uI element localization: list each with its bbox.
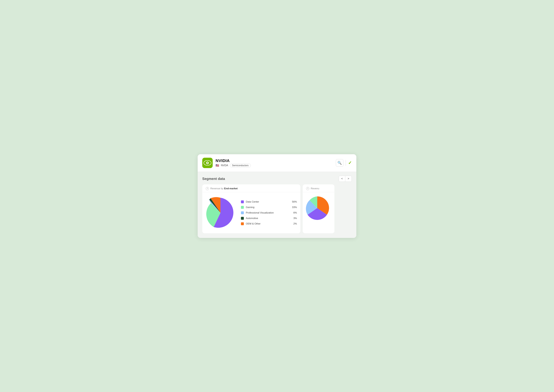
charts-row: ? Revenue by End-market <box>202 184 352 233</box>
search-button[interactable]: 🔍 <box>336 159 343 167</box>
legend-pct-data-center: 56% <box>290 200 297 203</box>
company-name: NVIDIA <box>216 158 336 163</box>
legend-item-automotive: Automotive 3% <box>241 217 297 220</box>
partial-help-icon[interactable]: ? <box>306 187 309 190</box>
header: NVIDIA 🇺🇸 NVDA Semiconductors 🔍 ✓ <box>198 154 356 172</box>
legend-pct-oem: 2% <box>290 222 297 225</box>
company-logo <box>202 158 213 168</box>
flag-icon: 🇺🇸 <box>216 164 219 167</box>
svg-point-2 <box>207 162 208 163</box>
legend-label-prof-viz: Professional Visualization <box>246 211 290 214</box>
legend-label-data-center: Data Center <box>246 200 290 203</box>
chart-label-bar: ? Revenue by End-market <box>202 184 300 192</box>
pie-chart <box>204 197 236 229</box>
partial-chart-label: Revenu <box>311 187 319 190</box>
chart-label: Revenue by End-market <box>210 187 238 190</box>
segment-section: Segment data < > ? Revenue by End-market <box>198 172 356 238</box>
pie-svg <box>204 197 236 229</box>
legend-pct-gaming: 33% <box>290 206 297 209</box>
legend-label-oem: OEM & Other <box>246 222 290 225</box>
legend-color-prof-viz <box>241 211 244 214</box>
main-card: NVIDIA 🇺🇸 NVDA Semiconductors 🔍 ✓ Segmen… <box>198 154 356 238</box>
legend-color-oem <box>241 222 244 225</box>
legend-color-automotive <box>241 217 244 220</box>
legend-label-gaming: Gaming <box>246 206 290 209</box>
legend-item-gaming: Gaming 33% <box>241 206 297 209</box>
chart-legend: Data Center 56% Gaming 33% Professional … <box>241 200 297 225</box>
legend-item-data-center: Data Center 56% <box>241 200 297 203</box>
nav-next-button[interactable]: > <box>345 176 351 182</box>
help-icon[interactable]: ? <box>206 187 209 190</box>
vertical-divider <box>346 160 346 166</box>
segment-header: Segment data < > <box>202 176 352 182</box>
partial-chart-label-bar: ? Revenu <box>303 184 334 192</box>
legend-item-oem: OEM & Other 2% <box>241 222 297 225</box>
end-market-chart-card: ? Revenue by End-market <box>202 184 300 233</box>
company-meta: 🇺🇸 NVDA Semiconductors <box>216 164 336 167</box>
sector-badge: Semiconductors <box>230 164 251 167</box>
check-button[interactable]: ✓ <box>348 160 352 165</box>
legend-pct-automotive: 3% <box>290 217 297 220</box>
nav-prev-button[interactable]: < <box>339 176 345 182</box>
nav-buttons: < > <box>339 176 352 182</box>
header-info: NVIDIA 🇺🇸 NVDA Semiconductors <box>216 158 336 167</box>
legend-label-automotive: Automotive <box>246 217 290 220</box>
legend-color-data-center <box>241 200 244 203</box>
legend-pct-prof-viz: 6% <box>290 211 297 214</box>
legend-color-gaming <box>241 206 244 209</box>
partial-chart-card: ? Revenu <box>303 184 334 233</box>
chart-body: Data Center 56% Gaming 33% Professional … <box>202 192 300 233</box>
search-icon: 🔍 <box>337 161 342 165</box>
partial-pie-svg <box>305 196 330 220</box>
partial-chart-body <box>303 192 334 224</box>
segment-title: Segment data <box>202 177 225 181</box>
ticker-symbol: NVDA <box>221 164 228 167</box>
legend-item-prof-viz: Professional Visualization 6% <box>241 211 297 214</box>
header-actions: 🔍 ✓ <box>336 159 352 167</box>
